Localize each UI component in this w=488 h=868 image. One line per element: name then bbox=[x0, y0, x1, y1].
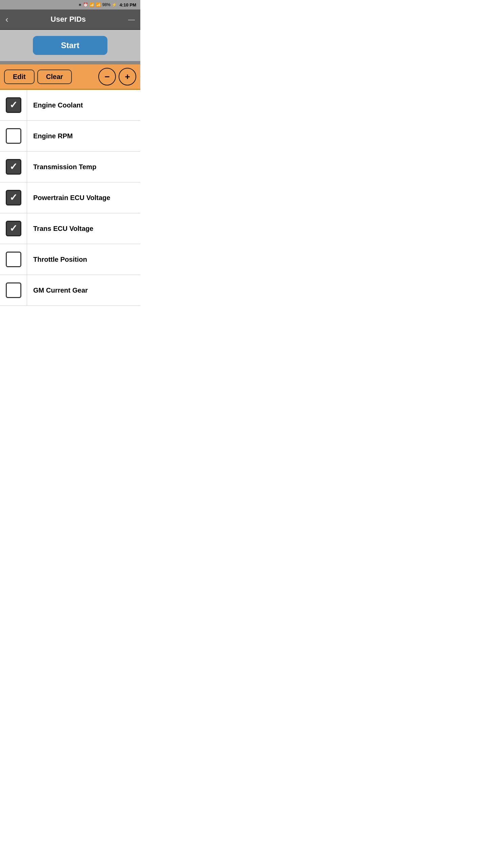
status-time: 4:10 PM bbox=[120, 2, 136, 7]
pid-checkbox-1[interactable] bbox=[6, 97, 21, 113]
empty-area bbox=[0, 306, 140, 347]
pid-list: Engine CoolantEngine RPMTransmission Tem… bbox=[0, 90, 140, 306]
pid-checkbox-2[interactable] bbox=[6, 128, 21, 144]
pid-checkbox-area-3 bbox=[0, 152, 27, 182]
pid-checkbox-area-6 bbox=[0, 244, 27, 275]
status-bar: ∗ ⏰ 📶 📶 98% ⚡ 4:10 PM bbox=[0, 0, 140, 9]
back-button[interactable]: ‹ bbox=[5, 14, 8, 25]
pid-checkbox-area-7 bbox=[0, 275, 27, 305]
pid-label-4: Powertrain ECU Voltage bbox=[27, 194, 140, 202]
pid-item-3: Transmission Temp bbox=[0, 152, 140, 182]
alarm-icon: ⏰ bbox=[83, 2, 88, 7]
clear-button[interactable]: Clear bbox=[37, 70, 72, 84]
toolbar: Edit Clear − + bbox=[0, 64, 140, 90]
pid-checkbox-6[interactable] bbox=[6, 252, 21, 267]
pid-item-4: Powertrain ECU Voltage bbox=[0, 182, 140, 213]
pid-checkbox-area-1 bbox=[0, 90, 27, 120]
minus-button[interactable]: − bbox=[98, 68, 116, 85]
pid-checkbox-7[interactable] bbox=[6, 282, 21, 298]
pid-checkbox-area-5 bbox=[0, 213, 27, 244]
battery-text: 98% bbox=[102, 2, 110, 7]
status-icons: ∗ ⏰ 📶 📶 98% ⚡ 4:10 PM bbox=[78, 2, 136, 7]
pid-checkbox-area-2 bbox=[0, 121, 27, 151]
start-button[interactable]: Start bbox=[33, 36, 107, 55]
pid-item-6: Throttle Position bbox=[0, 244, 140, 275]
pid-item-5: Trans ECU Voltage bbox=[0, 213, 140, 244]
menu-button[interactable]: — bbox=[128, 16, 135, 23]
start-area: Start bbox=[0, 30, 140, 61]
pid-label-5: Trans ECU Voltage bbox=[27, 225, 140, 233]
pid-checkbox-4[interactable] bbox=[6, 190, 21, 205]
pid-label-3: Transmission Temp bbox=[27, 163, 140, 171]
pid-checkbox-5[interactable] bbox=[6, 221, 21, 236]
bluetooth-icon: ∗ bbox=[78, 2, 82, 7]
pid-label-7: GM Current Gear bbox=[27, 287, 140, 294]
edit-button[interactable]: Edit bbox=[4, 70, 35, 84]
header: ‹ User PIDs — bbox=[0, 9, 140, 30]
page-title: User PIDs bbox=[8, 15, 128, 24]
battery-icon: ⚡ bbox=[112, 2, 117, 7]
wifi-icon: 📶 bbox=[89, 2, 95, 7]
pid-checkbox-3[interactable] bbox=[6, 159, 21, 175]
pid-item-2: Engine RPM bbox=[0, 121, 140, 152]
pid-label-1: Engine Coolant bbox=[27, 101, 140, 109]
pid-checkbox-area-4 bbox=[0, 182, 27, 213]
pid-label-6: Throttle Position bbox=[27, 256, 140, 263]
pid-label-2: Engine RPM bbox=[27, 132, 140, 140]
plus-button[interactable]: + bbox=[119, 68, 136, 85]
separator bbox=[0, 61, 140, 64]
pid-item-1: Engine Coolant bbox=[0, 90, 140, 121]
signal-icon: 📶 bbox=[96, 2, 101, 7]
pid-item-7: GM Current Gear bbox=[0, 275, 140, 306]
